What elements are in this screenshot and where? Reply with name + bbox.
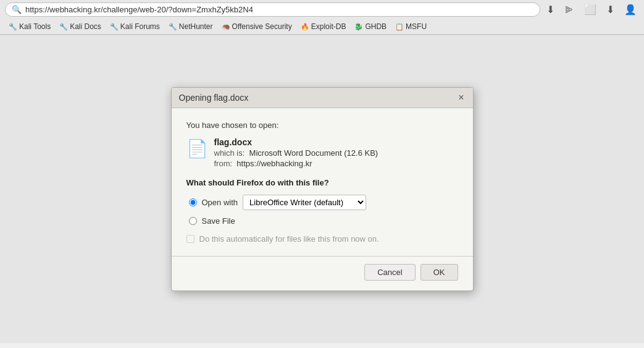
search-icon: 🔍 [12, 5, 22, 14]
bookmark-kali-docs[interactable]: 🔧 Kali Docs [56, 21, 105, 32]
auto-checkbox-label: Do this automatically for files like thi… [199, 234, 379, 244]
bookmark-kali-tools[interactable]: 🔧 Kali Tools [5, 21, 54, 32]
dialog-titlebar: Opening flag.docx × [172, 88, 473, 108]
bookmark-msfu-label: MSFU [406, 22, 427, 31]
dialog-close-button[interactable]: × [457, 93, 465, 103]
app-select[interactable]: LibreOffice Writer (default) Other... [243, 195, 366, 210]
file-docx-icon: 📄 [186, 138, 208, 159]
save-file-radio[interactable] [189, 217, 197, 225]
offensive-security-icon: 🦔 [222, 23, 230, 31]
dialog-title: Opening flag.docx [179, 93, 249, 103]
download-icon[interactable]: ⬇ [544, 2, 557, 17]
fullscreen-icon[interactable]: ⬜ [582, 2, 599, 17]
bookmark-offensive-security-label: Offensive Security [232, 22, 292, 31]
bookmark-exploit-db-label: Exploit-DB [311, 22, 346, 31]
msfu-icon: 📋 [395, 23, 404, 31]
file-info: 📄 flag.docx which is: Microsoft Word Doc… [186, 137, 458, 168]
kali-forums-icon: 🔧 [110, 23, 119, 31]
file-details: flag.docx which is: Microsoft Word Docum… [214, 137, 378, 168]
bookmark-msfu[interactable]: 📋 MSFU [391, 21, 430, 32]
address-bar[interactable]: 🔍 https://webhacking.kr/challenge/web-20… [5, 2, 540, 17]
auto-checkbox-row: Do this automatically for files like thi… [186, 234, 458, 244]
open-with-row: Open with LibreOffice Writer (default) O… [189, 195, 458, 210]
radio-group: Open with LibreOffice Writer (default) O… [189, 195, 458, 226]
bookmark-exploit-db[interactable]: 🔥 Exploit-DB [297, 21, 350, 32]
from-value: https://webhacking.kr [236, 159, 312, 168]
bookmark-offensive-security[interactable]: 🦔 Offensive Security [218, 21, 296, 32]
auto-checkbox[interactable] [186, 235, 194, 243]
browser-chrome: 🔍 https://webhacking.kr/challenge/web-20… [0, 0, 644, 35]
page-content: Opening flag.docx × You have chosen to o… [0, 35, 644, 343]
bookmark-kali-tools-label: Kali Tools [19, 22, 51, 31]
bookmark-kali-forums-label: Kali Forums [120, 22, 160, 31]
from-label: from: [214, 159, 233, 168]
save-file-row: Save File [189, 216, 458, 226]
exploit-db-icon: 🔥 [301, 23, 309, 31]
which-is-value: Microsoft Word Document (12.6 KB) [249, 148, 378, 158]
url-text: https://webhacking.kr/challenge/web-20/?… [25, 5, 253, 14]
bookmarks-bar: 🔧 Kali Tools 🔧 Kali Docs 🔧 Kali Forums 🔧… [0, 19, 644, 35]
dialog-body: You have chosen to open: 📄 flag.docx whi… [172, 108, 473, 256]
library-icon[interactable]: ⫸ [562, 3, 577, 17]
browser-actions: ⬇ ⫸ ⬜ ⬇ 👤 [544, 2, 639, 17]
action-question: What should Firefox do with this file? [186, 178, 458, 187]
kali-tools-icon: 🔧 [9, 23, 17, 31]
save-file-label[interactable]: Save File [202, 216, 235, 226]
file-which-is: which is: Microsoft Word Document (12.6 … [214, 148, 378, 158]
file-open-dialog: Opening flag.docx × You have chosen to o… [171, 87, 474, 291]
which-is-label: which is: [214, 148, 245, 158]
bookmark-ghdb[interactable]: 🐉 GHDB [351, 21, 390, 32]
dialog-footer: Cancel OK [172, 257, 473, 291]
bookmark-kali-docs-label: Kali Docs [70, 22, 101, 31]
ok-button[interactable]: OK [420, 264, 458, 281]
file-name: flag.docx [214, 137, 378, 147]
modal-overlay: Opening flag.docx × You have chosen to o… [0, 35, 644, 343]
nethunter-icon: 🔧 [169, 23, 177, 31]
bookmark-nethunter-label: NetHunter [179, 22, 213, 31]
extensions-icon[interactable]: ⬇ [604, 2, 617, 17]
user-icon[interactable]: 👤 [622, 2, 639, 17]
address-bar-row: 🔍 https://webhacking.kr/challenge/web-20… [0, 0, 644, 19]
file-from: from: https://webhacking.kr [214, 159, 378, 168]
dialog-intro-text: You have chosen to open: [186, 121, 458, 130]
kali-docs-icon: 🔧 [59, 23, 68, 31]
cancel-button[interactable]: Cancel [364, 264, 415, 281]
ghdb-icon: 🐉 [354, 23, 363, 31]
bookmark-ghdb-label: GHDB [365, 22, 387, 31]
bookmark-kali-forums[interactable]: 🔧 Kali Forums [106, 21, 164, 32]
open-with-label[interactable]: Open with [202, 198, 238, 207]
bookmark-nethunter[interactable]: 🔧 NetHunter [165, 21, 217, 32]
open-with-radio[interactable] [189, 198, 197, 206]
